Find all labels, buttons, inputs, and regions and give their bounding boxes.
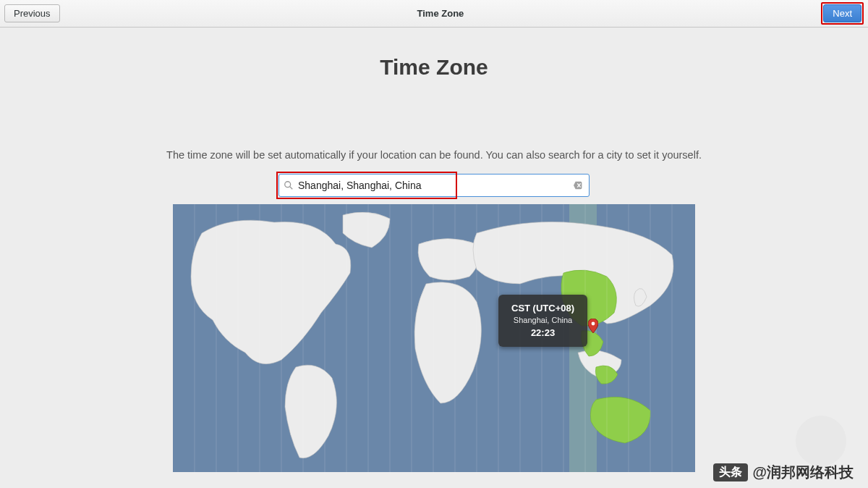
- watermark: 头条 @润邦网络科技: [713, 463, 854, 482]
- svg-point-26: [592, 322, 595, 326]
- next-button[interactable]: Next: [823, 4, 861, 22]
- timezone-time: 22:23: [511, 327, 574, 340]
- search-container: [278, 174, 590, 197]
- watermark-text: @润邦网络科技: [752, 463, 854, 482]
- timezone-popover: CST (UTC+08) Shanghai, China 22:23: [498, 295, 587, 347]
- svg-line-1: [290, 187, 293, 190]
- search-icon: [284, 180, 294, 190]
- header-title: Time Zone: [60, 8, 822, 19]
- search-box[interactable]: [278, 174, 590, 197]
- header-bar: Previous Time Zone Next: [0, 0, 868, 28]
- clear-icon[interactable]: [573, 180, 584, 191]
- search-input[interactable]: [298, 180, 573, 191]
- svg-point-0: [285, 182, 291, 188]
- timezone-location: Shanghai, China: [511, 315, 574, 326]
- page-title: Time Zone: [0, 55, 868, 80]
- timezone-abbrev: CST (UTC+08): [511, 302, 574, 315]
- location-pin-icon: [588, 319, 598, 333]
- page-description: The time zone will be set automatically …: [0, 149, 868, 161]
- next-button-highlight: Next: [821, 2, 864, 25]
- previous-button[interactable]: Previous: [4, 4, 60, 22]
- watermark-badge: 头条: [713, 463, 748, 481]
- timezone-map[interactable]: // stripes drawn below via JS after data…: [173, 204, 695, 472]
- watermark-circle: [796, 416, 846, 466]
- world-map-svg: [173, 204, 695, 472]
